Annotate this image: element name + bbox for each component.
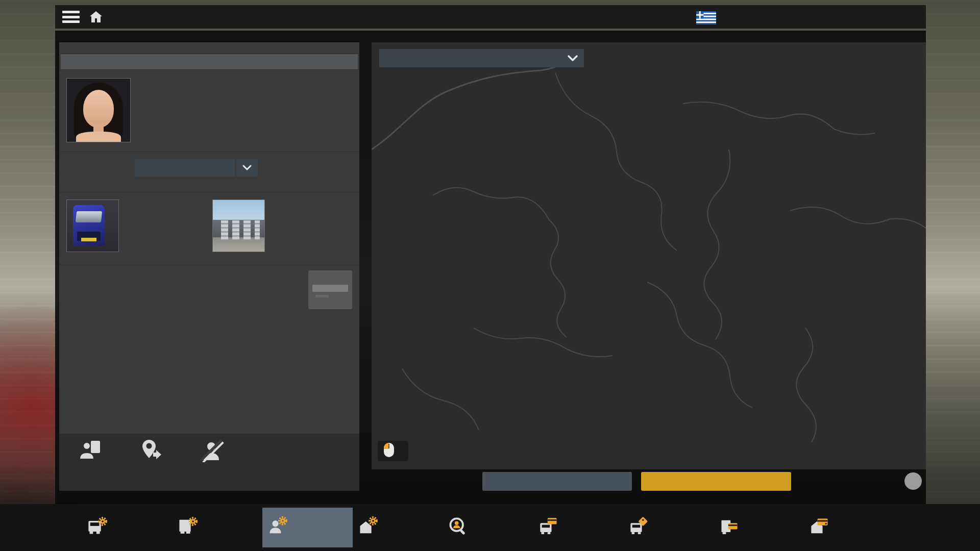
show-report-button[interactable] — [67, 439, 114, 491]
dismiss-button[interactable] — [188, 439, 235, 491]
driver-details-panel — [59, 42, 359, 491]
nav-trailer-purchase[interactable] — [714, 508, 804, 547]
nav-truck-manager[interactable] — [82, 508, 172, 547]
trailer-gear-icon — [176, 516, 199, 539]
nav-garage-purchase[interactable] — [804, 508, 895, 547]
map-view-button[interactable] — [641, 472, 791, 491]
bottom-navigation — [0, 504, 980, 551]
top-bar — [55, 5, 926, 29]
skill-grid — [59, 180, 359, 192]
nav-garage-manager[interactable] — [353, 508, 443, 547]
nav-recruitment-agency[interactable] — [443, 508, 533, 547]
relocate-pin-icon — [138, 439, 164, 462]
nav-dealers[interactable] — [533, 508, 624, 547]
nav-trailer-manager[interactable] — [172, 508, 262, 547]
dismiss-person-icon — [198, 439, 225, 462]
garage-card-icon — [808, 516, 831, 539]
garage-gear-icon — [357, 516, 379, 539]
driver-name — [61, 54, 358, 69]
home-icon[interactable] — [89, 10, 103, 23]
panel-title — [59, 42, 359, 54]
country-borders — [372, 42, 926, 469]
mouse-icon — [383, 442, 395, 460]
person-gear-icon — [266, 516, 289, 539]
help-button[interactable] — [904, 472, 922, 490]
truck-thumbnail[interactable] — [66, 199, 119, 252]
job-info — [59, 265, 359, 277]
nav-driver-manager[interactable] — [262, 508, 353, 547]
truck-tag-icon — [628, 516, 650, 539]
truck-stats — [66, 258, 206, 260]
truck-card-icon — [537, 516, 560, 539]
driver-filter-dropdown[interactable] — [379, 49, 571, 67]
menu-icon[interactable] — [62, 11, 80, 23]
chevron-down-icon[interactable] — [236, 159, 258, 177]
recruit-search-icon — [447, 516, 470, 539]
table-view-button[interactable] — [482, 472, 632, 491]
driver-actions — [59, 434, 359, 491]
garage-thumbnail[interactable] — [212, 199, 265, 252]
training-policy-dropdown[interactable] — [135, 159, 235, 177]
report-icon — [78, 439, 104, 462]
greece-flag-icon — [696, 11, 716, 27]
relocate-button[interactable] — [128, 439, 175, 491]
garage-stats — [212, 258, 352, 260]
drivers-map[interactable] — [372, 42, 926, 469]
nav-used-trucks[interactable] — [624, 508, 714, 547]
driver-photo — [66, 78, 131, 142]
chevron-down-icon[interactable] — [561, 49, 584, 67]
trailer-image — [308, 270, 352, 309]
truck-gear-icon — [86, 516, 108, 539]
move-map-hint — [378, 441, 408, 461]
trailer-card-icon — [718, 516, 741, 539]
